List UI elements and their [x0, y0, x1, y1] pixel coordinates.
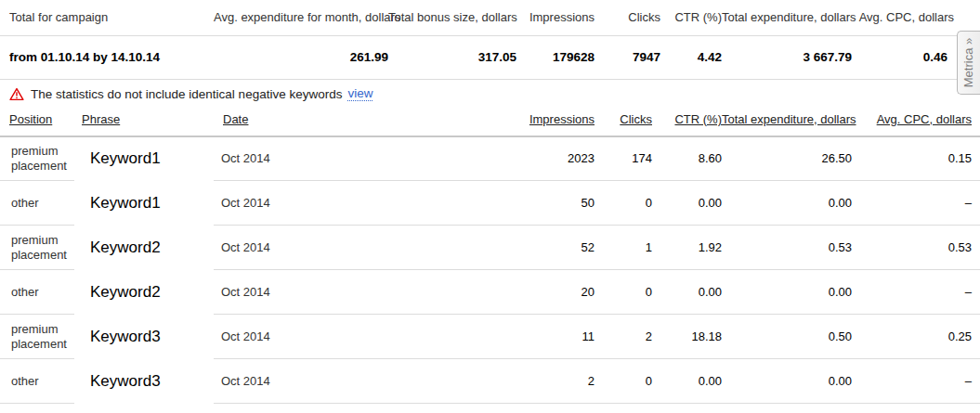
totals-col-expenditure: Total expenditure, dollars	[722, 0, 852, 35]
expenditure-cell: 0.00	[722, 181, 852, 226]
totals-col-ctr: CTR (%)	[660, 0, 722, 35]
warning-triangle-icon	[9, 87, 24, 101]
clicks-cell: 0	[595, 270, 652, 315]
position-cell: premium placement	[0, 136, 74, 181]
totals-expenditure-value: 3 667.79	[722, 35, 852, 79]
warning-view-link[interactable]: view	[347, 86, 372, 101]
clicks-cell: 174	[595, 136, 652, 181]
cpc-cell: 0.53	[852, 226, 980, 270]
sort-header-position[interactable]: Position	[9, 112, 52, 126]
cpc-cell: 0.25	[852, 315, 980, 359]
phrase-cell: Keyword2	[74, 226, 214, 270]
impressions-cell: 52	[511, 226, 595, 270]
date-cell: Oct 2014	[214, 226, 511, 270]
sort-header-phrase[interactable]: Phrase	[82, 112, 120, 126]
date-cell: Oct 2014	[214, 181, 511, 226]
expenditure-cell: 26.50	[722, 136, 852, 181]
sort-header-cpc[interactable]: Avg. CPC, dollars	[877, 112, 972, 126]
cpc-cell: –	[852, 270, 980, 315]
clicks-cell: 0	[595, 181, 652, 226]
position-cell: other	[0, 359, 74, 404]
impressions-cell: 11	[511, 315, 595, 359]
phrase-cell: Keyword1	[74, 136, 214, 181]
totals-values-row: from 01.10.14 by 14.10.14 261.99 317.05 …	[0, 35, 980, 79]
totals-col-avg-expenditure: Avg. expenditure for month, dollars	[214, 0, 388, 35]
phrase-cell: Keyword2	[74, 270, 214, 315]
impressions-cell: 2023	[511, 136, 595, 181]
position-cell: premium placement	[0, 226, 74, 270]
table-row: other Keyword3 Oct 2014 2 0 0.00 0.00 –	[0, 359, 980, 404]
totals-bonus-value: 317.05	[388, 35, 516, 79]
expenditure-cell: 0.50	[722, 315, 852, 359]
date-cell: Oct 2014	[214, 270, 511, 315]
totals-period-label: from 01.10.14 by 14.10.14	[0, 35, 214, 79]
ctr-cell: 0.00	[652, 359, 722, 404]
totals-impressions-value: 179628	[516, 35, 595, 79]
impressions-cell: 20	[511, 270, 595, 315]
keyword-stats-table: Position Phrase Date Impressions Clicks …	[0, 109, 980, 405]
phrase-cell: Keyword3	[74, 359, 214, 404]
totals-col-impressions: Impressions	[516, 0, 595, 35]
ctr-cell: 18.18	[652, 315, 722, 359]
clicks-cell: 0	[595, 359, 652, 404]
phrase-cell: Keyword3	[74, 315, 214, 359]
ctr-cell: 1.92	[652, 226, 722, 270]
warning-bar: The statistics do not include identical …	[0, 80, 980, 109]
ctr-cell: 0.00	[652, 181, 722, 226]
table-row: premium placement Keyword3 Oct 2014 11 2…	[0, 315, 980, 359]
table-row: premium placement Keyword1 Oct 2014 2023…	[0, 136, 980, 181]
metrica-tab[interactable]: Metrica »	[957, 31, 980, 95]
sort-header-impressions[interactable]: Impressions	[529, 112, 595, 126]
totals-header-row: Total for campaign Avg. expenditure for …	[0, 0, 980, 35]
expenditure-cell: 0.53	[722, 226, 852, 270]
expenditure-cell: 0.00	[722, 270, 852, 315]
date-cell: Oct 2014	[214, 136, 511, 181]
date-cell: Oct 2014	[214, 315, 511, 359]
cpc-cell: –	[852, 359, 980, 404]
position-cell: other	[0, 181, 74, 226]
stats-header-row: Position Phrase Date Impressions Clicks …	[0, 109, 980, 136]
ctr-cell: 8.60	[652, 136, 722, 181]
clicks-cell: 1	[595, 226, 652, 270]
cpc-cell: 0.15	[852, 136, 980, 181]
position-cell: premium placement	[0, 315, 74, 359]
table-row: other Keyword2 Oct 2014 20 0 0.00 0.00 –	[0, 270, 980, 315]
sort-header-expenditure[interactable]: Total expenditure, dollars	[722, 112, 856, 126]
warning-text: The statistics do not include identical …	[31, 87, 342, 101]
cpc-cell: –	[852, 181, 980, 226]
impressions-cell: 2	[511, 359, 595, 404]
ctr-cell: 0.00	[652, 270, 722, 315]
totals-title: Total for campaign	[0, 0, 214, 35]
sort-header-date[interactable]: Date	[223, 112, 248, 126]
sort-header-ctr[interactable]: CTR (%)	[674, 112, 722, 126]
totals-ctr-value: 4.42	[660, 35, 722, 79]
metrica-tab-label: Metrica »	[962, 38, 976, 87]
campaign-stats-page: { "totals": { "title": "Total for campai…	[0, 0, 980, 413]
clicks-cell: 2	[595, 315, 652, 359]
table-row: other Keyword1 Oct 2014 50 0 0.00 0.00 –	[0, 181, 980, 226]
totals-col-bonus: Total bonus size, dollars	[388, 0, 516, 35]
expenditure-cell: 0.00	[722, 359, 852, 404]
totals-clicks-value: 7947	[595, 35, 660, 79]
totals-avg-expenditure-value: 261.99	[214, 35, 388, 79]
position-cell: other	[0, 270, 74, 315]
sort-header-clicks[interactable]: Clicks	[620, 112, 652, 126]
totals-col-clicks: Clicks	[595, 0, 660, 35]
date-cell: Oct 2014	[214, 359, 511, 404]
impressions-cell: 50	[511, 181, 595, 226]
phrase-cell: Keyword1	[74, 181, 214, 226]
table-row: premium placement Keyword2 Oct 2014 52 1…	[0, 226, 980, 270]
totals-table: Total for campaign Avg. expenditure for …	[0, 0, 980, 80]
